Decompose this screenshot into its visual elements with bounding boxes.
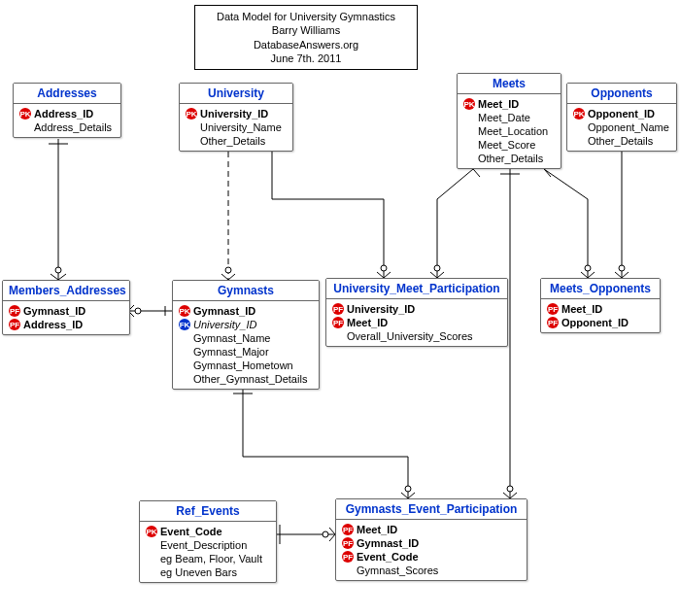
diagram-title-box: Data Model for University Gymnastics Bar… — [194, 5, 418, 70]
key-pf-icon: PF — [547, 317, 559, 328]
entity-header: Gymnasts — [173, 281, 319, 301]
entity-header: Addresses — [14, 84, 120, 104]
title-line-4: June 7th. 2011 — [211, 51, 401, 65]
title-line-3: DatabaseAnswers.org — [211, 38, 401, 51]
entity-opponents: Opponents PKOpponent_ID Opponent_Name Ot… — [566, 83, 677, 152]
entity-header: Ref_Events — [140, 501, 276, 522]
key-pf-icon: PF — [332, 303, 344, 315]
key-pk-icon: PK — [19, 108, 31, 120]
svg-point-9 — [323, 531, 328, 537]
key-pf-icon: PF — [332, 317, 344, 328]
entity-header: Meets_Opponents — [541, 279, 660, 299]
title-line-2: Barry Williams — [211, 23, 401, 37]
svg-point-6 — [507, 486, 513, 492]
svg-point-0 — [55, 267, 61, 273]
entity-gymnasts: Gymnasts PKGymnast_ID FKUniversity_ID Gy… — [172, 280, 320, 390]
svg-point-3 — [434, 265, 440, 271]
key-pk-icon: PK — [186, 108, 197, 120]
entity-header: Gymnasts_Event_Participation — [336, 499, 527, 520]
entity-ref-events: Ref_Events PKEvent_Code Event_Descriptio… — [139, 500, 277, 583]
entity-meets-opponents: Meets_Opponents PFMeet_ID PFOpponent_ID — [540, 278, 661, 333]
entity-header: Opponents — [567, 84, 676, 104]
entity-body: PKAddress_ID Address_Details — [14, 104, 120, 137]
key-pf-icon: PF — [547, 303, 559, 315]
svg-point-8 — [405, 486, 411, 492]
entity-header: University — [180, 84, 292, 104]
key-pk-icon: PK — [573, 108, 585, 120]
title-line-1: Data Model for University Gymnastics — [211, 10, 401, 23]
key-pf-icon: PF — [9, 319, 20, 330]
key-pk-icon: PK — [179, 305, 190, 317]
key-pf-icon: PF — [342, 537, 354, 549]
entity-header: Meets — [458, 74, 561, 94]
key-pk-icon: PK — [146, 526, 157, 537]
svg-point-5 — [619, 265, 625, 271]
key-pf-icon: PF — [342, 551, 354, 563]
entity-university-meet-participation: University_Meet_Participation PFUniversi… — [325, 278, 508, 347]
key-pf-icon: PF — [9, 305, 20, 317]
entity-header: University_Meet_Participation — [326, 279, 507, 299]
svg-point-7 — [135, 308, 141, 314]
svg-point-4 — [585, 265, 591, 271]
svg-point-2 — [381, 265, 387, 271]
entity-addresses: Addresses PKAddress_ID Address_Details — [13, 83, 121, 138]
key-pf-icon: PF — [342, 524, 354, 535]
entity-meets: Meets PKMeet_ID Meet_Date Meet_Location … — [457, 73, 561, 169]
entity-gymnasts-event-participation: Gymnasts_Event_Participation PFMeet_ID P… — [335, 498, 527, 581]
key-pk-icon: PK — [463, 98, 475, 110]
svg-point-1 — [225, 267, 231, 273]
key-fk-icon: FK — [179, 319, 190, 330]
entity-members-addresses: Members_Addresses PFGymnast_ID PFAddress… — [2, 280, 130, 335]
entity-header: Members_Addresses — [3, 281, 129, 301]
entity-university: University PKUniversity_ID University_Na… — [179, 83, 293, 152]
